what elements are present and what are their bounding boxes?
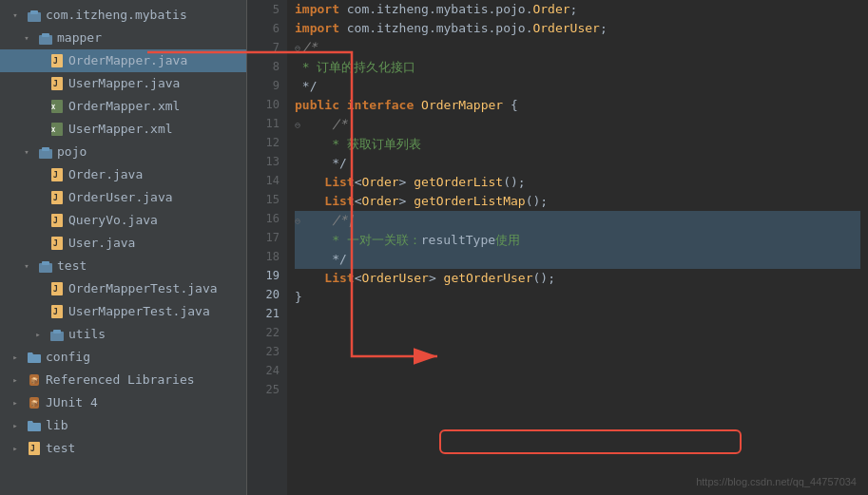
class-icon: J (49, 190, 65, 205)
class-icon: J (49, 213, 65, 228)
code-text: */ (295, 77, 317, 96)
sidebar-item-config-folder[interactable]: ▸config (0, 346, 246, 369)
code-line: */ (295, 77, 860, 96)
expand-arrow-icon: ▸ (8, 350, 23, 365)
svg-rect-23 (42, 261, 49, 265)
svg-text:J: J (53, 80, 58, 88)
code-text: import com.itzheng.mybatis.pojo.OrderUse… (295, 19, 608, 38)
code-line: List<Order> getOrderList(); (295, 173, 860, 192)
folder-icon (27, 350, 42, 365)
code-text: /* (302, 115, 347, 134)
class-icon: J (49, 236, 65, 251)
class-icon: J (27, 441, 42, 456)
jar-icon: 📦 (27, 395, 42, 410)
expand-arrow-icon: ▾ (8, 8, 23, 23)
tree-item-label: OrderMapper.java (68, 51, 187, 70)
package-icon (38, 144, 53, 160)
code-text: List<OrderUser> getOrderUser(); (295, 269, 555, 288)
class-icon: J (49, 76, 65, 91)
code-text: public interface OrderMapper { (295, 96, 518, 115)
code-line: ⊖/* (295, 38, 860, 58)
svg-rect-29 (53, 330, 61, 333)
sidebar-item-mapper-folder[interactable]: ▾mapper (0, 27, 246, 49)
folder-icon (27, 418, 42, 433)
line-number: 11 (255, 114, 280, 133)
package-icon (49, 327, 65, 342)
line-numbers: 5678910111213141516171819202122232425 (247, 0, 287, 495)
fold-marker-icon[interactable]: ⊖ (295, 116, 300, 135)
line-number: 22 (255, 323, 280, 342)
leaf-icon (30, 76, 46, 91)
expand-arrow-icon: ▸ (8, 418, 23, 433)
svg-text:J: J (53, 239, 58, 248)
sidebar-item-com-itzheng-mybatis[interactable]: ▾com.itzheng.mybatis (0, 4, 246, 27)
sidebar-item-UserMapperTest-java[interactable]: JUserMapperTest.java (0, 300, 246, 323)
code-line: */ (295, 250, 860, 269)
sidebar-item-pojo-folder[interactable]: ▾pojo (0, 141, 246, 163)
code-text: */ (295, 250, 347, 269)
leaf-icon (30, 236, 46, 251)
tree-item-label: test (46, 439, 75, 458)
sidebar-item-OrderMapper-java[interactable]: JOrderMapper.java (0, 49, 246, 72)
svg-text:J: J (53, 57, 58, 66)
tree-item-label: UserMapperTest.java (68, 302, 210, 321)
tree-item-label: pojo (57, 143, 87, 162)
sidebar-item-lib-folder[interactable]: ▸lib (0, 414, 246, 437)
line-number: 16 (255, 209, 280, 228)
sidebar-item-Order-java[interactable]: JOrder.java (0, 163, 246, 186)
leaf-icon (30, 99, 46, 114)
sidebar-item-referenced-libraries[interactable]: ▸📦Referenced Libraries (0, 369, 246, 391)
tree-item-label: User.java (68, 234, 135, 253)
line-number: 20 (255, 285, 280, 304)
sidebar-item-User-java[interactable]: JUser.java (0, 232, 246, 255)
sidebar-item-OrderMapper-xml[interactable]: XOrderMapper.xml (0, 95, 246, 118)
sidebar-item-utils-folder[interactable]: ▸utils (0, 323, 246, 346)
code-text: /*| (302, 211, 355, 230)
tree-item-label: OrderMapperTest.java (68, 279, 218, 298)
sidebar-item-junit4[interactable]: ▸📦JUnit 4 (0, 391, 246, 414)
svg-text:J: J (53, 308, 58, 316)
tree-item-label: config (46, 348, 90, 367)
sidebar-item-QueryVo-java[interactable]: JQueryVo.java (0, 209, 246, 232)
svg-text:J: J (53, 285, 58, 294)
code-line: import com.itzheng.mybatis.pojo.OrderUse… (295, 19, 860, 38)
line-number: 13 (255, 152, 280, 171)
code-area[interactable]: import com.itzheng.mybatis.pojo.Order;im… (287, 0, 868, 495)
package-icon (38, 258, 53, 274)
svg-rect-1 (30, 10, 38, 14)
xml-icon: X (49, 122, 65, 137)
package-icon (27, 8, 42, 23)
tree-item-label: JUnit 4 (46, 393, 98, 412)
code-line: } (295, 288, 860, 307)
expand-arrow-icon: ▾ (19, 258, 34, 274)
tree-item-label: utils (68, 325, 106, 344)
sidebar-item-OrderUser-java[interactable]: JOrderUser.java (0, 186, 246, 209)
code-line: * 一对一关联：resultType使用 (295, 231, 860, 250)
class-icon: J (49, 281, 65, 296)
line-number: 25 (255, 380, 280, 399)
xml-icon: X (49, 99, 65, 114)
code-text: * 订单的持久化接口 (295, 58, 415, 77)
code-text: } (295, 288, 302, 307)
sidebar-item-UserMapper-xml[interactable]: XUserMapper.xml (0, 118, 246, 141)
expand-arrow-icon: ▾ (19, 30, 34, 46)
code-line: List<Order> getOrderListMap(); (295, 192, 860, 211)
code-line: ⊖ /*| (295, 211, 860, 231)
fold-marker-icon[interactable]: ⊖ (295, 212, 300, 231)
sidebar-item-UserMapper-java[interactable]: JUserMapper.java (0, 72, 246, 95)
file-tree[interactable]: ▾com.itzheng.mybatis▾mapper JOrderMapper… (0, 0, 247, 495)
class-icon: J (49, 304, 65, 319)
expand-arrow-icon: ▸ (8, 372, 23, 388)
fold-marker-icon[interactable]: ⊖ (295, 39, 300, 58)
code-line: * 订单的持久化接口 (295, 58, 860, 77)
expand-arrow-icon: ▾ (19, 144, 34, 160)
line-number: 6 (255, 19, 280, 38)
tree-item-label: UserMapper.java (68, 74, 180, 93)
tree-item-label: QueryVo.java (68, 211, 158, 230)
code-line: import com.itzheng.mybatis.pojo.Order; (295, 0, 860, 19)
sidebar-item-test-folder[interactable]: ▾test (0, 255, 246, 277)
line-number: 21 (255, 304, 280, 323)
leaf-icon (30, 53, 46, 68)
sidebar-item-test-root[interactable]: ▸Jtest (0, 437, 246, 460)
sidebar-item-OrderMapperTest-java[interactable]: JOrderMapperTest.java (0, 277, 246, 300)
